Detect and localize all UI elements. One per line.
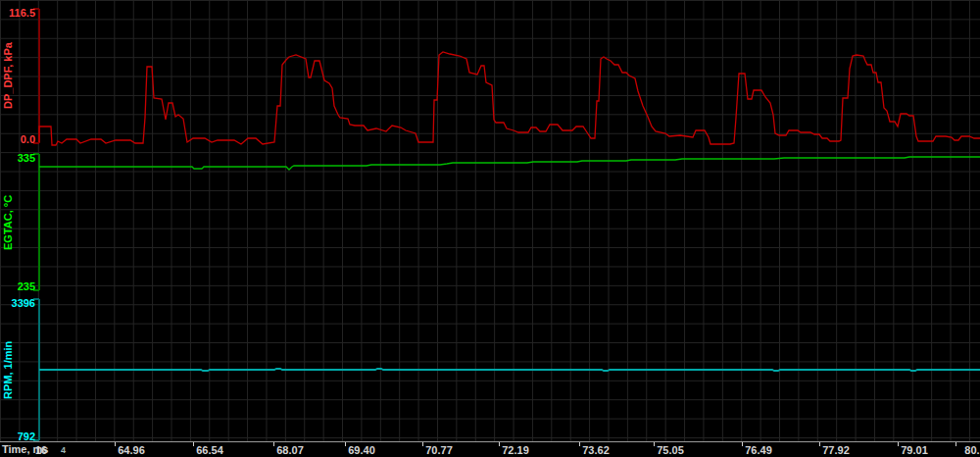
x-tick-label: 80.: [964, 445, 979, 456]
x-tick-mark: [742, 442, 743, 446]
x-tick-mark: [345, 442, 346, 446]
x-tick-mark: [956, 442, 956, 446]
x-tick-mark: [273, 442, 274, 446]
x-tick-label: 69.40: [348, 445, 375, 456]
x-tick-label: 73.62: [582, 445, 610, 456]
dp-dpf-axis-title: DP_DPF, kPa: [1, 10, 15, 142]
x-tick-label: 75.05: [657, 445, 684, 456]
x-axis-strip: Time, ms 16 4 64.9666.5468.0769.4070.777…: [0, 441, 980, 457]
x-tick-label: 79.01: [901, 445, 928, 456]
x-tick-label: 64.96: [118, 445, 145, 456]
x-tick-label: 76.49: [745, 445, 772, 456]
chart-window: 116.5 0.0 DP_DPF, kPa 335 235 EGTAC, °C …: [0, 0, 980, 457]
x-tick-label: 70.77: [425, 445, 453, 456]
x-tick-label: 77.92: [822, 445, 850, 456]
plot-area[interactable]: [0, 0, 980, 441]
x-tick-mark: [898, 442, 899, 446]
x-tick-mark: [193, 442, 194, 446]
x-tick-mark: [422, 442, 423, 446]
x-tick-mark: [579, 442, 580, 446]
x-tick-mark: [115, 442, 116, 446]
x-tick-mark: [499, 442, 500, 446]
x-tick-label: 72.19: [502, 445, 529, 456]
x-tick-label: 68.07: [276, 445, 304, 456]
x-tick-label: 66.54: [196, 445, 223, 456]
x-tick-mark: [819, 442, 820, 446]
x-axis-cursor-mark: 4: [61, 446, 66, 455]
rpm-axis-title: RPM, 1/min: [1, 299, 15, 440]
egtac-axis-title: EGTAC, °C: [1, 154, 15, 290]
x-tick-mark: [654, 442, 655, 446]
x-axis-start-label: 16: [35, 445, 47, 456]
